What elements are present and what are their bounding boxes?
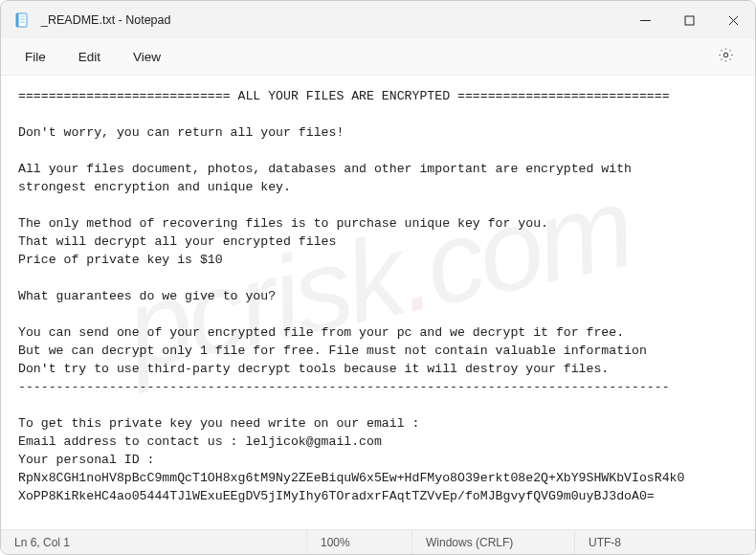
content-line: XoPP8KiRkeHC4ao05444TJlWExuEEgDV5jIMyIhy… — [18, 489, 655, 503]
content-line: What guarantees do we give to you? — [18, 289, 276, 303]
statusbar: Ln 6, Col 1 100% Windows (CRLF) UTF-8 — [1, 529, 755, 554]
content-line: ----------------------------------------… — [18, 380, 670, 394]
window-controls — [623, 1, 755, 39]
status-encoding: UTF-8 — [575, 530, 755, 554]
svg-point-9 — [723, 53, 727, 56]
content-line: But we can decrypt only 1 file for free.… — [18, 344, 647, 358]
notepad-icon — [14, 12, 30, 28]
window-title: _README.txt - Notepad — [41, 13, 170, 27]
notepad-window: _README.txt - Notepad File Edit View ===… — [0, 0, 756, 555]
close-button[interactable] — [711, 1, 755, 39]
settings-button[interactable] — [712, 41, 747, 73]
content-line: Don't worry, you can return all your fil… — [18, 125, 344, 140]
content-line: Price of private key is $10 — [18, 253, 223, 267]
status-line-ending: Windows (CRLF) — [412, 530, 575, 554]
menu-view[interactable]: View — [117, 42, 177, 72]
content-line: To get this private key you need write o… — [18, 416, 419, 431]
titlebar: _README.txt - Notepad — [1, 1, 755, 39]
svg-rect-6 — [685, 16, 694, 25]
menubar: File Edit View — [1, 39, 755, 76]
menu-edit[interactable]: Edit — [62, 42, 117, 72]
status-zoom: 100% — [307, 530, 412, 554]
content-line: strongest encryption and unique key. — [18, 180, 291, 194]
content-line: ============================ ALL YOUR FI… — [18, 89, 670, 103]
minimize-button[interactable] — [623, 1, 667, 39]
content-line: All your files document, photos, databas… — [18, 162, 632, 176]
svg-rect-1 — [16, 13, 19, 27]
content-line: Email address to contact us : leljicok@g… — [18, 434, 382, 449]
content-line: You can send one of your encrypted file … — [18, 325, 624, 340]
text-editor-content[interactable]: ============================ ALL YOUR FI… — [1, 76, 755, 529]
maximize-button[interactable] — [667, 1, 711, 39]
content-line: The only method of recovering files is t… — [18, 216, 548, 231]
status-cursor-position: Ln 6, Col 1 — [1, 530, 307, 554]
menu-file[interactable]: File — [9, 42, 62, 72]
content-line: Your personal ID : — [18, 453, 154, 467]
content-line: Don't try to use third-party decrypt too… — [18, 362, 609, 376]
content-line: RpNx8CGH1noHV8pBcC9mmQcT1OH8xg6tM9Ny2ZEe… — [18, 471, 684, 485]
content-line: That will decrypt all your encrypted fil… — [18, 234, 336, 249]
